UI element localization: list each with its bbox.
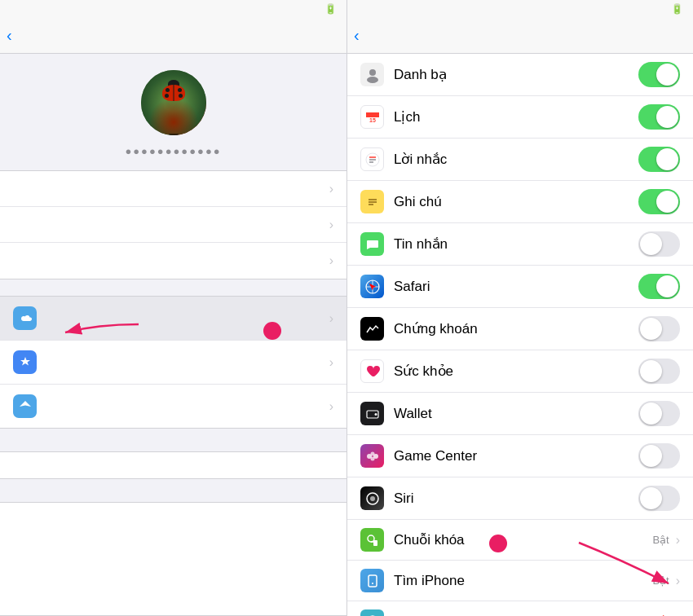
left-panel: 🔋 ‹	[0, 0, 346, 616]
health-toggle[interactable]	[638, 359, 680, 384]
menu-item-location[interactable]: ›	[0, 385, 346, 428]
chevron-icon-location: ›	[329, 399, 333, 414]
icloud-safari-label: Safari	[394, 279, 638, 295]
menu-item-name-phone[interactable]: ›	[0, 171, 346, 207]
icloud-item-gamecenter[interactable]: Game Center	[347, 435, 693, 477]
chevron-icon-password: ›	[329, 218, 333, 232]
wallet-icon	[360, 402, 384, 425]
gamecenter-toggle[interactable]	[638, 443, 680, 469]
findmy-icon	[360, 569, 384, 592]
avatar	[141, 70, 206, 135]
gamecenter-icon	[360, 444, 384, 468]
menu-item-itunes[interactable]: ›	[0, 341, 346, 385]
icloud-gamecenter-label: Game Center	[394, 448, 638, 464]
icloud-contacts-label: Danh bạ	[394, 66, 638, 83]
chevron-icon-payment: ›	[329, 253, 333, 268]
icloud-item-findmy[interactable]: Tìm iPhone Bật ›	[347, 561, 693, 601]
safari-icon	[360, 275, 384, 298]
annotation-badge-2	[489, 535, 507, 552]
icloud-stocks-label: Chứng khoán	[394, 320, 638, 337]
profile-section: ●●●●●●●●●●●●	[0, 54, 346, 170]
menu-section-2: › › ›	[0, 296, 346, 429]
svg-rect-32	[373, 540, 377, 546]
menu-item-payment[interactable]: ›	[0, 243, 346, 279]
icloud-health-label: Sức khỏe	[394, 363, 638, 380]
avatar-container[interactable]	[141, 70, 206, 135]
icloud-calendar-label: Lịch	[394, 108, 638, 125]
health-icon	[360, 359, 384, 383]
stocks-toggle[interactable]	[638, 316, 680, 341]
keychain-chevron: ›	[676, 533, 680, 548]
icloud-item-reminders[interactable]: Lời nhắc	[347, 139, 693, 181]
icloud-siri-label: Siri	[394, 491, 638, 507]
svg-point-31	[368, 535, 374, 542]
calendar-icon: 15	[360, 105, 384, 129]
icloud-icon	[13, 306, 37, 330]
svg-point-2	[367, 77, 378, 83]
svg-point-36	[372, 583, 373, 584]
safari-toggle[interactable]	[638, 274, 680, 299]
icloud-messages-label: Tin nhắn	[394, 235, 638, 253]
chevron-icon-icloud: ›	[329, 311, 333, 326]
chevron-icon-itunes: ›	[329, 355, 333, 370]
status-bar-right: 🔋	[347, 0, 693, 18]
location-icon	[13, 394, 37, 418]
backup-icon	[360, 609, 384, 616]
svg-point-28	[370, 456, 374, 460]
calendar-toggle[interactable]	[638, 104, 680, 130]
status-bar-left: 🔋	[0, 0, 346, 18]
icloud-reminders-label: Lời nhắc	[394, 151, 638, 168]
appstore-icon	[13, 350, 37, 374]
icloud-item-calendar[interactable]: 15 Lịch	[347, 96, 693, 139]
svg-marker-20	[367, 281, 376, 290]
icloud-item-stocks[interactable]: Chứng khoán	[347, 308, 693, 350]
right-panel: 🔋 ‹ Danh bạ 15	[346, 0, 693, 616]
menu-item-icloud[interactable]: ›	[0, 297, 346, 341]
notes-icon	[360, 190, 384, 213]
icloud-backup-label: Sao lưu iCloud	[394, 613, 653, 616]
avatar-edit-label[interactable]	[169, 134, 179, 135]
icloud-item-contacts[interactable]: Danh bạ	[347, 54, 693, 96]
wallet-toggle[interactable]	[638, 401, 680, 426]
svg-text:15: 15	[369, 117, 376, 123]
keychain-value-row: Bật ›	[652, 533, 680, 548]
svg-point-24	[374, 413, 377, 416]
back-button-left[interactable]: ‹	[7, 28, 14, 43]
icloud-item-wallet[interactable]: Wallet	[347, 393, 693, 435]
contacts-icon	[360, 63, 384, 86]
nav-bar-left: ‹	[0, 18, 346, 54]
battery-icon-right: 🔋	[671, 3, 683, 15]
icloud-item-siri[interactable]: Siri	[347, 477, 693, 520]
contacts-toggle[interactable]	[638, 62, 680, 87]
footer-family-label	[0, 438, 346, 448]
icloud-item-messages[interactable]: Tin nhắn	[347, 223, 693, 266]
siri-icon	[360, 486, 384, 510]
keychain-value: Bật	[652, 534, 669, 546]
annotation-badge-1	[263, 322, 281, 340]
nav-bar-right: ‹	[347, 18, 693, 54]
footer-devices-label	[0, 489, 346, 499]
messages-toggle[interactable]	[638, 231, 680, 257]
stocks-icon	[360, 317, 384, 341]
icloud-item-safari[interactable]: Safari	[347, 266, 693, 308]
menu-item-password[interactable]: ›	[0, 207, 346, 243]
battery-icon-left: 🔋	[324, 3, 337, 15]
findmy-value-row: Bật ›	[652, 574, 680, 588]
reminders-toggle[interactable]	[638, 147, 680, 172]
icloud-item-notes[interactable]: Ghi chú	[347, 181, 693, 223]
icloud-findmy-label: Tìm iPhone	[394, 573, 652, 589]
back-button-right[interactable]: ‹	[354, 28, 361, 43]
messages-icon	[360, 232, 384, 256]
menu-section-1: › › ›	[0, 170, 346, 279]
notes-toggle[interactable]	[638, 189, 680, 214]
icloud-keychain-label: Chuỗi khóa	[394, 531, 652, 548]
icloud-item-keychain[interactable]: Chuỗi khóa Bật ›	[347, 520, 693, 561]
icloud-notes-label: Ghi chú	[394, 194, 638, 210]
ladybug-decoration	[162, 85, 185, 104]
siri-toggle[interactable]	[638, 486, 680, 511]
chevron-left-icon-right: ‹	[354, 27, 360, 43]
reminders-icon	[360, 147, 384, 171]
icloud-item-health[interactable]: Sức khỏe	[347, 350, 693, 393]
icloud-item-backup[interactable]: Sao lưu iCloud Tắt ›	[347, 601, 693, 616]
icloud-list: Danh bạ 15 Lịch Lời nhắc	[347, 54, 693, 616]
